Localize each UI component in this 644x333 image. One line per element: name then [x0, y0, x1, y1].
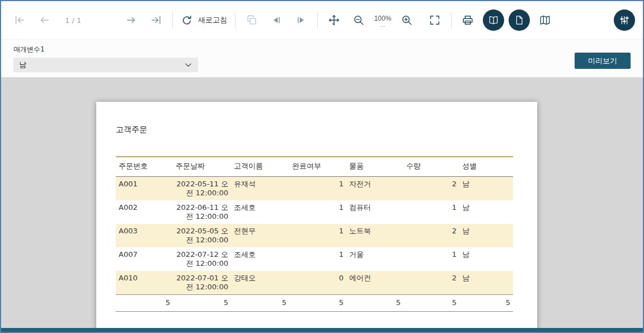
report-title: 고객주문 — [96, 102, 537, 135]
map-icon — [539, 14, 551, 26]
pan-tool-button[interactable] — [323, 10, 345, 31]
cell-item: 자전거 — [346, 177, 403, 201]
print-button[interactable] — [457, 10, 478, 31]
col-header-gender: 성별 — [459, 157, 513, 177]
col-header-item: 물품 — [346, 157, 403, 177]
next-page-button[interactable] — [121, 10, 142, 31]
book-view-button[interactable] — [483, 10, 504, 31]
cell-customer-name: 강태오 — [231, 271, 289, 295]
cell-gender: 남 — [459, 271, 513, 295]
cell-order-no: A002 — [116, 200, 173, 224]
zoom-out-button[interactable] — [348, 10, 369, 31]
cell-gender: 남 — [459, 224, 513, 247]
cell-gender: 남 — [459, 200, 513, 224]
footer-count: 5 — [116, 295, 173, 312]
zoom-in-icon — [401, 14, 413, 26]
cell-customer-name: 유재석 — [231, 177, 289, 201]
page-view-button[interactable] — [509, 10, 530, 31]
table-header-row: 주문번호 주문날짜 고객이름 완료여부 물품 수량 성별 — [116, 157, 513, 177]
table-row: A002 2022-06-11 오전 12:00:00 조세호 1 컴퓨터 1 … — [116, 200, 513, 224]
cell-order-no: A010 — [116, 271, 173, 295]
refresh-icon — [181, 14, 193, 26]
previous-page-icon — [38, 14, 50, 26]
zoom-out-icon — [352, 14, 365, 26]
toolbar-separator — [172, 12, 173, 29]
zoom-level-dropdown[interactable]: 100% ... — [369, 15, 396, 26]
footer-count: 5 — [346, 295, 403, 312]
parameter-selected-value: 남 — [19, 60, 26, 70]
cell-quantity: 2 — [403, 177, 459, 201]
parameter-panel: 매개변수1 남 미리보기 — [1, 39, 643, 77]
pan-icon — [328, 14, 340, 26]
cell-item: 컴퓨터 — [346, 200, 403, 224]
footer-count: 5 — [289, 295, 346, 312]
page-indicator: 1 / 1 — [55, 16, 121, 25]
col-header-customer-name: 고객이름 — [231, 157, 289, 177]
cell-order-no: A001 — [116, 177, 173, 201]
cell-completed: 0 — [289, 271, 346, 295]
cell-completed: 1 — [289, 224, 346, 247]
footer-count: 5 — [403, 295, 459, 312]
cell-gender: 남 — [459, 247, 513, 271]
table-row: A001 2022-05-11 오전 12:00:00 유재석 1 자전거 2 … — [116, 177, 513, 201]
cell-order-date: 2022-07-01 오전 12:00:00 — [173, 271, 231, 295]
map-view-button[interactable] — [534, 10, 556, 31]
step-back-icon — [270, 14, 283, 26]
chevron-down-icon — [185, 63, 191, 67]
last-page-icon — [150, 14, 162, 26]
toolbar: 1 / 1 새로고침 — [1, 1, 643, 39]
first-page-button[interactable] — [9, 10, 30, 31]
book-open-icon — [488, 15, 499, 26]
cell-customer-name: 전현무 — [231, 224, 289, 247]
parameters-button[interactable] — [614, 10, 635, 31]
footer-count: 5 — [459, 295, 513, 312]
bottom-bar — [1, 328, 643, 332]
sliders-icon — [619, 15, 630, 26]
fit-to-page-icon — [429, 14, 441, 26]
cell-quantity: 2 — [403, 224, 459, 247]
cell-completed: 1 — [289, 200, 346, 224]
print-icon — [462, 14, 474, 26]
step-back-button[interactable] — [266, 10, 287, 31]
toolbar-separator — [317, 12, 318, 29]
cell-completed: 1 — [289, 177, 346, 201]
cell-quantity: 2 — [403, 271, 459, 295]
cell-item: 노트북 — [346, 224, 403, 247]
zoom-in-button[interactable] — [396, 10, 417, 31]
cell-order-date: 2022-05-11 오전 12:00:00 — [173, 177, 231, 201]
cell-customer-name: 조세호 — [231, 247, 289, 271]
footer-count: 5 — [231, 295, 289, 312]
cell-order-no: A003 — [116, 224, 173, 247]
cell-order-date: 2022-05-05 오전 12:00:00 — [173, 224, 231, 247]
toolbar-separator — [451, 12, 452, 29]
refresh-label: 새로고침 — [198, 15, 227, 25]
fit-to-page-button[interactable] — [424, 10, 445, 31]
copy-page-icon — [246, 14, 258, 26]
report-page: 고객주문 주문번호 주문날짜 고객이름 완료여부 물품 수량 성별 — [96, 102, 537, 328]
zoom-level-more: ... — [380, 23, 385, 26]
preview-button[interactable]: 미리보기 — [575, 53, 631, 69]
cell-order-date: 2022-06-11 오전 12:00:00 — [173, 200, 231, 224]
footer-count: 5 — [173, 295, 231, 312]
report-viewer-window: 1 / 1 새로고침 — [0, 0, 644, 333]
first-page-icon — [13, 14, 26, 26]
cell-quantity: 1 — [403, 200, 459, 224]
cell-quantity: 1 — [403, 247, 459, 271]
toolbar-separator — [235, 12, 236, 29]
table-row: A003 2022-05-05 오전 12:00:00 전현무 1 노트북 2 … — [116, 224, 513, 247]
col-header-quantity: 수량 — [403, 157, 459, 177]
table-row: A007 2022-07-12 오전 12:00:00 조세호 1 거울 1 남 — [116, 247, 513, 271]
col-header-order-no: 주문번호 — [116, 157, 173, 177]
cell-item: 에어컨 — [346, 271, 403, 295]
cell-gender: 남 — [459, 177, 513, 201]
previous-page-button[interactable] — [34, 10, 55, 31]
refresh-button[interactable]: 새로고침 — [178, 10, 229, 31]
table-row: A010 2022-07-01 오전 12:00:00 강태오 0 에어컨 2 … — [116, 271, 513, 295]
report-viewport[interactable]: 고객주문 주문번호 주문날짜 고객이름 완료여부 물품 수량 성별 — [1, 77, 643, 328]
last-page-button[interactable] — [145, 10, 167, 31]
copy-page-button[interactable] — [241, 10, 262, 31]
col-header-order-date: 주문날짜 — [173, 157, 231, 177]
col-header-completed: 완료여부 — [289, 157, 346, 177]
step-forward-button[interactable] — [290, 10, 312, 31]
parameter-select[interactable]: 남 — [13, 58, 198, 72]
